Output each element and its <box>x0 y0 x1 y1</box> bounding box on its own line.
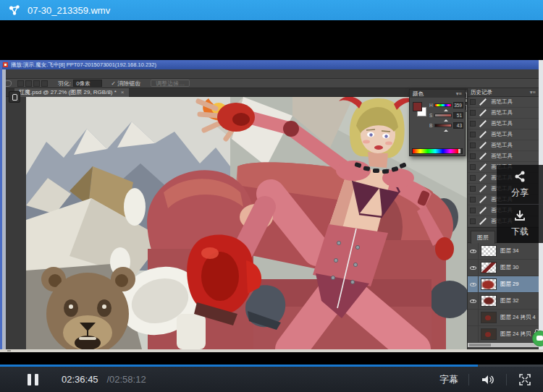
feather-label: 羽化: <box>58 80 71 88</box>
hsb-slider-row: S 51 <box>429 110 464 120</box>
color-panel-title: 颜色 <box>413 90 424 98</box>
tab-layers[interactable]: 图层 <box>471 231 495 244</box>
history-checkbox[interactable] <box>470 110 476 116</box>
history-checkbox[interactable] <box>470 121 476 127</box>
layer-row[interactable]: 图层 29 <box>468 276 539 293</box>
foreground-color-swatch[interactable] <box>413 102 422 111</box>
pause-button[interactable] <box>28 374 38 385</box>
tab-close-icon[interactable]: × <box>121 89 125 95</box>
canvas-tool-button[interactable] <box>9 91 20 103</box>
share-button[interactable]: 分享 <box>497 165 543 204</box>
hand-tool-icon <box>12 94 17 101</box>
layer-thumbnail <box>481 262 497 273</box>
player-titlebar: 07-30_213359.wmv <box>0 0 543 20</box>
brush-tool-icon <box>479 185 487 192</box>
brush-tool-icon <box>479 174 487 182</box>
history-state-row[interactable]: 画笔工具 <box>468 119 539 129</box>
layer-visibility-toggle[interactable] <box>468 326 479 343</box>
layer-name: 图层 24 拷贝 <box>500 331 531 338</box>
brush-tool-icon <box>479 207 487 214</box>
brush-tool-icon <box>479 142 487 149</box>
ps-options-bar: 羽化: 0像素 ✓ 消除锯齿 调整边缘… <box>0 79 543 88</box>
brush-tool-icon <box>479 98 487 106</box>
color-spectrum-bar[interactable] <box>412 148 463 154</box>
antialias-checkbox[interactable]: ✓ 消除锯齿 <box>111 80 140 88</box>
history-checkbox[interactable] <box>470 142 476 148</box>
layer-row[interactable]: 图层 24 拷贝 <box>468 326 539 343</box>
history-state-row[interactable]: 画笔工具 <box>468 151 539 162</box>
color-slider[interactable] <box>434 114 452 117</box>
teddy-bear <box>41 267 135 349</box>
layer-visibility-toggle[interactable] <box>468 243 479 260</box>
painting-canvas <box>26 97 467 349</box>
panel-menu-icon[interactable]: ▾≡ <box>456 90 462 98</box>
color-value-input[interactable]: 43 <box>453 122 463 129</box>
panel-menu-icon[interactable]: ▾≡ <box>530 88 536 96</box>
floating-green-badge[interactable] <box>532 331 543 346</box>
layer-visibility-toggle[interactable] <box>468 310 479 326</box>
layer-row[interactable]: 图层 34 <box>468 243 539 260</box>
history-panel-title: 历史记录 <box>471 88 492 96</box>
player-controlbar: 02:36:45 /02:58:12 字幕 <box>0 367 543 392</box>
remote-window-title: 播放:演示.魔女.飞中[8] PPT07-2015073001(192.168.… <box>11 61 156 69</box>
remote-window-statusbar <box>0 349 543 352</box>
history-checkbox[interactable] <box>470 153 476 159</box>
layer-visibility-toggle[interactable] <box>468 293 479 310</box>
layer-visibility-toggle[interactable] <box>468 260 479 276</box>
history-checkbox[interactable] <box>470 186 476 192</box>
ps-workspace: 颜色 ▾≡ H 359 S 51 <box>0 97 543 349</box>
history-checkbox[interactable] <box>470 175 476 181</box>
eye-icon <box>470 250 476 253</box>
download-icon <box>513 209 526 222</box>
brush-tool-icon <box>479 163 487 171</box>
layer-thumbnail <box>481 312 497 323</box>
layer-thumbnail <box>481 245 497 257</box>
volume-button[interactable] <box>469 373 506 386</box>
layer-name: 图层 32 <box>500 297 518 304</box>
history-checkbox[interactable] <box>470 164 476 170</box>
layers-scrollbar[interactable] <box>468 343 539 347</box>
share-download-overlay: 分享 下载 <box>497 165 543 243</box>
color-slider[interactable] <box>434 103 452 107</box>
history-checkbox[interactable] <box>470 218 476 224</box>
history-checkbox[interactable] <box>470 197 476 203</box>
slider-label: B <box>429 123 433 128</box>
history-checkbox[interactable] <box>470 132 476 137</box>
color-value-input[interactable]: 51 <box>453 112 463 119</box>
eye-icon <box>470 266 476 270</box>
layer-row[interactable]: 图层 30 <box>468 260 539 276</box>
fullscreen-button[interactable] <box>507 373 543 386</box>
brush-tool-icon <box>479 120 487 127</box>
subtitle-button[interactable]: 字幕 <box>429 373 468 386</box>
remote-window-titlebar: 播放:演示.魔女.飞中[8] PPT07-2015073001(192.168.… <box>0 60 543 69</box>
hsb-slider-row: H 359 <box>429 100 464 110</box>
layer-name: 图层 24 拷贝 4 <box>500 314 536 321</box>
layer-visibility-toggle[interactable] <box>468 276 479 293</box>
layer-row[interactable]: 图层 24 拷贝 4 <box>468 310 539 326</box>
feather-input[interactable]: 0像素 <box>73 80 102 87</box>
color-value-input[interactable]: 359 <box>453 102 463 108</box>
video-frame[interactable]: 播放:演示.魔女.飞中[8] PPT07-2015073001(192.168.… <box>0 60 543 352</box>
color-slider[interactable] <box>434 124 452 127</box>
layer-name: 图层 29 <box>500 281 518 288</box>
total-time: /02:58:12 <box>106 374 146 385</box>
layer-name: 图层 34 <box>500 247 518 255</box>
selection-mode-buttons[interactable] <box>17 80 48 87</box>
remote-window-left-scrollbar[interactable] <box>2 69 6 349</box>
refine-edge-button[interactable]: 调整边缘… <box>151 80 190 87</box>
brush-tool-icon <box>479 218 487 225</box>
share-icon <box>513 170 526 183</box>
eye-icon <box>470 299 476 303</box>
history-state-row[interactable]: 画笔工具 <box>468 108 539 119</box>
history-state-row[interactable]: 画笔工具 <box>468 129 539 140</box>
brush-tool-icon <box>479 153 487 160</box>
history-state-row[interactable]: 画笔工具 <box>468 97 539 108</box>
layer-thumbnail <box>481 295 497 307</box>
layer-row[interactable]: 图层 32 <box>468 293 539 310</box>
ps-document-tab[interactable]: 红魔.psd @ 27.2% (图层 29, RGB/8) *× <box>14 88 129 97</box>
history-state-row[interactable]: 画笔工具 <box>468 140 539 151</box>
download-button[interactable]: 下载 <box>497 204 543 244</box>
eye-icon <box>470 283 476 286</box>
history-checkbox[interactable] <box>470 99 476 105</box>
history-checkbox[interactable] <box>470 208 476 213</box>
